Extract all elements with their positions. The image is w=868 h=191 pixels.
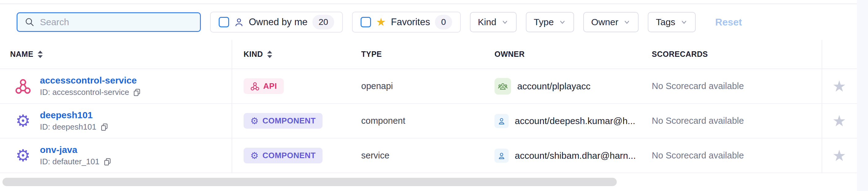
scorecard-cell: No Scorecard available xyxy=(652,104,822,138)
owner-cell: account/plplayacc xyxy=(495,69,652,103)
favorite-cell: ★ xyxy=(822,104,856,138)
filter-bar: Owned by me 20 ★ Favorites 0 Kind Type O… xyxy=(0,4,857,40)
top-divider xyxy=(0,0,857,4)
entity-id-text: ID: defauter_101 xyxy=(40,157,99,166)
scorecard-status: No Scorecard available xyxy=(652,151,744,161)
type-value: component xyxy=(361,116,405,126)
kind-badge-label: API xyxy=(263,82,277,91)
owner-cell: account/deepesh.kumar@h... xyxy=(495,104,652,138)
scorecard-cell: No Scorecard available xyxy=(652,69,822,103)
kind-cell: API xyxy=(232,69,361,103)
reset-filters-button[interactable]: Reset xyxy=(715,17,742,28)
type-value: openapi xyxy=(361,81,393,91)
type-dropdown[interactable]: Type xyxy=(526,12,574,32)
owned-by-me-label: Owned by me xyxy=(249,17,307,28)
entity-name-link[interactable]: accesscontrol-service xyxy=(40,75,141,86)
owner-value: account/deepesh.kumar@h... xyxy=(515,116,635,126)
owner-header-label: OWNER xyxy=(495,50,525,59)
user-icon xyxy=(495,114,509,128)
entity-name-cell: ⚙ deepesh101 ID: deepesh101 xyxy=(0,104,232,138)
favorites-count: 0 xyxy=(435,15,452,30)
gear-icon: ⚙ xyxy=(250,151,259,160)
column-header-owner: OWNER xyxy=(495,40,652,68)
group-icon xyxy=(495,78,511,95)
column-header-name[interactable]: NAME xyxy=(0,40,232,68)
chevron-down-icon xyxy=(559,19,566,26)
copy-icon[interactable] xyxy=(100,123,109,131)
entity-name-link[interactable]: deepesh101 xyxy=(40,110,109,120)
scorecard-cell: No Scorecard available xyxy=(652,138,822,172)
copy-icon[interactable] xyxy=(133,88,141,97)
entity-id-text: ID: deepesh101 xyxy=(40,122,96,132)
entity-name-link[interactable]: onv-java xyxy=(40,145,112,155)
chevron-down-icon xyxy=(501,19,509,26)
type-dropdown-label: Type xyxy=(534,17,554,27)
entity-id: ID: defauter_101 xyxy=(40,157,112,166)
owner-dropdown[interactable]: Owner xyxy=(583,12,639,32)
favorites-filter[interactable]: ★ Favorites 0 xyxy=(352,12,460,33)
horizontal-scrollbar-thumb[interactable] xyxy=(2,178,617,186)
entity-id: ID: accesscontrol-service xyxy=(40,88,141,97)
type-cell: openapi xyxy=(361,69,495,103)
catalog-card: Owned by me 20 ★ Favorites 0 Kind Type O… xyxy=(0,0,857,191)
column-header-favorite xyxy=(822,40,856,68)
api-icon xyxy=(14,78,32,95)
favorite-star-button[interactable]: ★ xyxy=(832,113,846,129)
column-header-type: TYPE xyxy=(361,40,495,68)
owner-value: account/shibam.dhar@harn... xyxy=(515,151,636,161)
kind-badge-component: ⚙ COMPONENT xyxy=(244,113,322,129)
kind-badge-label: COMPONENT xyxy=(262,116,316,126)
entity-name-cell: accesscontrol-service ID: accesscontrol-… xyxy=(0,69,232,103)
table-row[interactable]: ⚙ onv-java ID: defauter_101 ⚙ COMPONENT … xyxy=(0,138,857,173)
sort-icon[interactable] xyxy=(37,50,43,59)
favorite-cell: ★ xyxy=(822,69,856,103)
kind-badge-component: ⚙ COMPONENT xyxy=(244,148,322,163)
chevron-down-icon xyxy=(680,19,688,26)
owner-dropdown-label: Owner xyxy=(591,17,618,27)
search-icon xyxy=(25,17,34,27)
kind-badge-label: COMPONENT xyxy=(262,151,316,160)
tags-dropdown-label: Tags xyxy=(656,17,675,27)
scorecards-header-label: SCORECARDS xyxy=(652,50,708,59)
scorecard-status: No Scorecard available xyxy=(652,116,744,126)
favorite-cell: ★ xyxy=(822,138,856,172)
user-icon xyxy=(495,149,509,163)
favorites-checkbox[interactable] xyxy=(361,17,371,27)
kind-cell: ⚙ COMPONENT xyxy=(232,104,361,138)
column-header-kind[interactable]: KIND xyxy=(232,40,361,68)
sort-icon[interactable] xyxy=(267,50,273,59)
name-header-label: NAME xyxy=(10,50,33,59)
api-kind-icon xyxy=(250,82,259,91)
owned-by-me-filter[interactable]: Owned by me 20 xyxy=(210,12,343,33)
table-row[interactable]: accesscontrol-service ID: accesscontrol-… xyxy=(0,69,857,104)
gear-icon: ⚙ xyxy=(250,116,259,126)
copy-icon[interactable] xyxy=(103,158,112,166)
search-box[interactable] xyxy=(17,12,201,32)
entity-id: ID: deepesh101 xyxy=(40,122,109,132)
owner-value: account/plplayacc xyxy=(517,81,590,92)
favorites-star-icon: ★ xyxy=(376,17,386,28)
type-value: service xyxy=(361,151,390,161)
type-cell: service xyxy=(361,138,495,172)
kind-dropdown[interactable]: Kind xyxy=(470,12,517,32)
favorite-star-button[interactable]: ★ xyxy=(832,148,846,163)
gear-icon: ⚙ xyxy=(14,113,32,129)
gear-icon: ⚙ xyxy=(14,148,32,164)
kind-badge-api: API xyxy=(244,78,284,94)
owned-by-me-checkbox[interactable] xyxy=(219,17,229,27)
kind-header-label: KIND xyxy=(244,50,263,59)
owner-cell: account/shibam.dhar@harn... xyxy=(495,138,652,172)
person-icon xyxy=(234,17,244,27)
search-input[interactable] xyxy=(40,17,193,27)
favorite-star-button[interactable]: ★ xyxy=(832,78,846,94)
kind-cell: ⚙ COMPONENT xyxy=(232,138,361,172)
table-row[interactable]: ⚙ deepesh101 ID: deepesh101 ⚙ COMPONENT … xyxy=(0,104,857,138)
scorecard-status: No Scorecard available xyxy=(652,81,744,91)
column-header-scorecards: SCORECARDS xyxy=(652,40,822,68)
owned-by-me-count: 20 xyxy=(312,15,334,30)
entity-name-cell: ⚙ onv-java ID: defauter_101 xyxy=(0,138,232,172)
table-header: NAME KIND TYPE OWNER SCORECARDS xyxy=(0,40,857,69)
favorites-label: Favorites xyxy=(391,17,430,28)
type-header-label: TYPE xyxy=(361,50,382,59)
tags-dropdown[interactable]: Tags xyxy=(648,12,695,32)
